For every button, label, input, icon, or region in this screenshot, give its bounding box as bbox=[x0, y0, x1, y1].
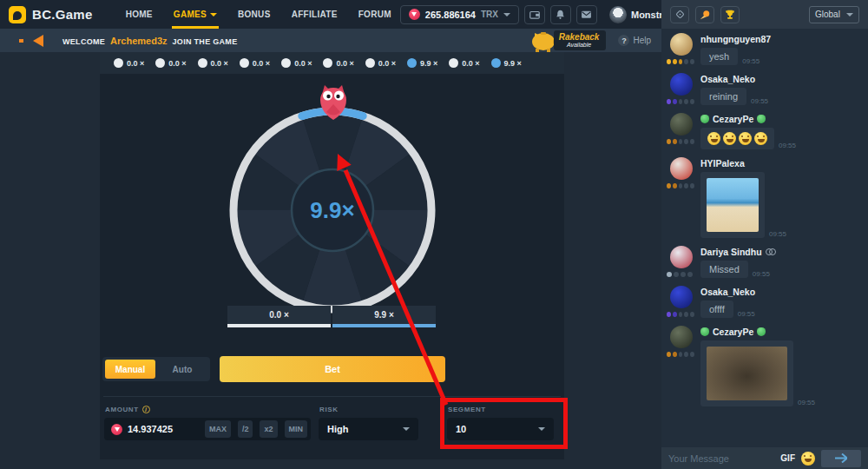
messages-button[interactable] bbox=[576, 5, 597, 24]
message-time: 09:55 bbox=[742, 57, 760, 65]
avatar[interactable] bbox=[670, 326, 693, 348]
beach-photo[interactable] bbox=[707, 178, 759, 232]
chat-content-row: yesh09:55 bbox=[700, 48, 861, 65]
nav-item-home[interactable]: HOME bbox=[117, 0, 161, 29]
dice-tab-button[interactable] bbox=[670, 6, 689, 23]
chat-message-list[interactable]: nhungnguyen87yesh09:55Osaka_Nekoreining0… bbox=[661, 29, 868, 447]
main-nav: HOMEGAMESBONUSAFFILIATEFORUM bbox=[117, 0, 400, 29]
laugh-emoji bbox=[723, 132, 736, 145]
chat-name-row: nhungnguyen87 bbox=[700, 33, 861, 45]
chat-username[interactable]: CezaryPe bbox=[713, 327, 753, 337]
chat-username[interactable]: CezaryPe bbox=[713, 114, 753, 124]
result-dot bbox=[323, 58, 332, 68]
nav-item-label: FORUM bbox=[358, 10, 391, 19]
level-badge bbox=[673, 312, 677, 317]
manual-mode-button[interactable]: Manual bbox=[105, 360, 155, 379]
gif-button[interactable]: GIF bbox=[780, 453, 795, 463]
segment-select[interactable]: 10 bbox=[447, 418, 554, 440]
level-badge bbox=[684, 99, 688, 104]
segment-label: SEGMENT bbox=[448, 406, 486, 413]
game-panel: 0.0 ×0.0 ×0.0 ×0.0 ×0.0 ×0.0 ×0.0 ×9.9 ×… bbox=[100, 52, 564, 459]
chat-content-row: reining09:55 bbox=[700, 88, 861, 105]
history-chip: 0.0 × bbox=[323, 58, 353, 68]
chat-username[interactable]: Dariya Sindhu bbox=[700, 247, 762, 257]
chat-message-body: Dariya SindhuMissed09:55 bbox=[700, 246, 861, 278]
level-badge bbox=[667, 99, 671, 104]
banner-username[interactable]: Archemed3z bbox=[110, 36, 167, 46]
result-tab-bar-blue bbox=[332, 324, 436, 327]
history-chip: 0.0 × bbox=[198, 58, 228, 68]
join-label: JOIN THE GAME bbox=[173, 37, 238, 46]
fireball-icon bbox=[699, 9, 711, 21]
chat-message-input[interactable] bbox=[668, 453, 774, 464]
balance-currency[interactable]: TRX bbox=[481, 10, 498, 19]
chat-username[interactable]: Osaka_Neko bbox=[700, 287, 755, 297]
nav-item-bonus[interactable]: BONUS bbox=[229, 0, 279, 29]
alien-emoji bbox=[700, 327, 709, 336]
wheel: 9.9× bbox=[220, 97, 445, 323]
help-button[interactable]: ? Help bbox=[618, 35, 651, 46]
max-button[interactable]: MAX bbox=[205, 420, 231, 438]
bell-icon bbox=[555, 9, 566, 20]
level-badge bbox=[684, 352, 688, 357]
laugh-emoji bbox=[754, 132, 767, 145]
rakeback-widget[interactable]: Rakeback Available bbox=[529, 30, 607, 52]
info-icon[interactable]: i bbox=[142, 406, 150, 413]
wallet-button[interactable] bbox=[524, 5, 545, 24]
megaphone-icon bbox=[33, 35, 43, 47]
amount-label-row: AMOUNT i bbox=[105, 406, 150, 413]
chat-username[interactable]: HYIPalexa bbox=[700, 158, 745, 168]
trophy-tab-button[interactable] bbox=[720, 6, 740, 23]
result-multiplier: 0.0 × bbox=[378, 59, 396, 68]
chat-room-select[interactable]: Global bbox=[809, 6, 859, 23]
bet-button[interactable]: Bet bbox=[220, 356, 445, 382]
badge-row bbox=[667, 312, 694, 317]
chat-message-body: nhungnguyen87yesh09:55 bbox=[700, 33, 861, 65]
nav-item-games[interactable]: GAMES bbox=[165, 0, 226, 29]
result-tab-win[interactable]: 9.9 × bbox=[332, 306, 436, 327]
level-badge bbox=[673, 99, 677, 104]
banner-right: Rakeback Available ? Help bbox=[529, 30, 651, 52]
send-button[interactable] bbox=[821, 450, 861, 467]
amount-input[interactable] bbox=[128, 424, 198, 434]
chat-username[interactable]: Osaka_Neko bbox=[700, 74, 755, 84]
result-tab-label: 0.0 × bbox=[227, 306, 331, 324]
min-button[interactable]: MIN bbox=[285, 420, 308, 438]
chat-sidebar: Global nhungnguyen87yesh09:55Osaka_Nekor… bbox=[661, 0, 868, 469]
brand[interactable]: BC.Game bbox=[9, 6, 93, 23]
balance-pill[interactable]: 265.886164 TRX bbox=[400, 5, 519, 24]
result-dot bbox=[240, 58, 249, 68]
segment-value: 10 bbox=[456, 424, 466, 434]
double-button[interactable]: x2 bbox=[260, 420, 277, 438]
notifications-button[interactable] bbox=[550, 5, 571, 24]
fireball-tab-button[interactable] bbox=[695, 6, 714, 23]
avatar[interactable] bbox=[670, 113, 693, 135]
cat-photo[interactable] bbox=[707, 347, 787, 400]
avatar[interactable] bbox=[670, 286, 693, 308]
auto-mode-button[interactable]: Auto bbox=[157, 360, 207, 379]
half-button[interactable]: /2 bbox=[238, 420, 253, 438]
avatar[interactable] bbox=[670, 33, 693, 56]
amount-field: MAX /2 x2 MIN bbox=[104, 418, 311, 440]
nav-item-forum[interactable]: FORUM bbox=[350, 0, 400, 29]
rakeback-title: Rakeback bbox=[559, 32, 600, 42]
avatar[interactable] bbox=[670, 157, 693, 180]
avatar[interactable] bbox=[670, 73, 693, 96]
smiley-emoji-button[interactable] bbox=[801, 452, 815, 466]
result-tab-lose[interactable]: 0.0 × bbox=[227, 306, 331, 327]
message-time: 09:55 bbox=[751, 97, 768, 105]
risk-select[interactable]: High bbox=[319, 418, 418, 440]
rakeback-box: Rakeback Available bbox=[554, 30, 607, 50]
badge-row bbox=[667, 183, 694, 188]
level-badge bbox=[673, 139, 677, 144]
message-time: 09:55 bbox=[769, 230, 786, 238]
chat-name-row: Dariya Sindhu bbox=[700, 246, 861, 258]
nav-item-affiliate[interactable]: AFFILIATE bbox=[283, 0, 346, 29]
chat-username[interactable]: nhungnguyen87 bbox=[700, 34, 771, 44]
avatar[interactable] bbox=[670, 246, 693, 268]
result-dot bbox=[449, 58, 458, 68]
user-avatar bbox=[609, 6, 627, 23]
link-emoji bbox=[766, 248, 776, 255]
result-multiplier: 0.0 × bbox=[336, 59, 353, 68]
result-dot bbox=[491, 58, 501, 68]
